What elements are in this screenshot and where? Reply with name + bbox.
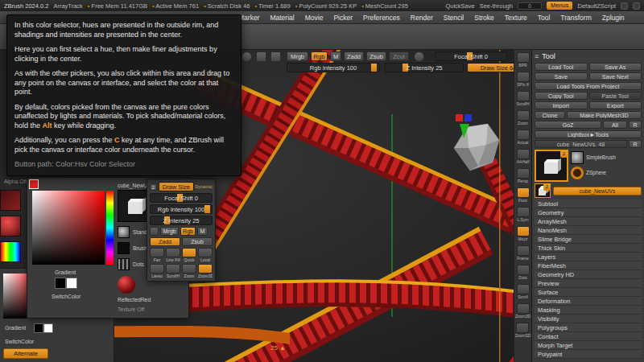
material-thumb[interactable] — [0, 216, 21, 237]
draw-option-button[interactable]: Lasso — [150, 264, 164, 278]
tool-section-header[interactable]: Layers — [535, 253, 642, 261]
zsphere-icon[interactable] — [571, 167, 584, 179]
paint-mode-icon[interactable] — [150, 227, 159, 236]
brush-dynamics-icon[interactable] — [414, 51, 424, 62]
shelf-button[interactable]: Frame — [517, 245, 530, 261]
menu-item[interactable]: Tool — [538, 14, 551, 22]
window-icon[interactable] — [621, 2, 628, 10]
goz-all-button[interactable]: All — [603, 121, 627, 129]
shelf-button[interactable]: Dots — [517, 265, 530, 281]
active-tool-name-button[interactable]: cube_NewUVs — [553, 187, 642, 195]
draw-option-button[interactable]: Zoom3D — [198, 264, 213, 278]
load-tools-from-project-button[interactable]: Load Tools From Project — [535, 82, 642, 90]
gradient-swatch-light[interactable] — [43, 323, 53, 333]
save-next-button[interactable]: Save Next — [589, 72, 642, 80]
tool-section-header[interactable]: Masking — [535, 306, 642, 315]
gradient-swatch-dark[interactable] — [34, 323, 43, 333]
tool-section-header[interactable]: Visibility — [535, 315, 642, 323]
shelf-button[interactable]: SPix 8 — [517, 72, 530, 88]
brush-icon[interactable] — [118, 226, 130, 238]
current-color-swatch[interactable] — [29, 179, 39, 189]
draw-option-button[interactable]: Fan — [150, 248, 164, 262]
menu-item[interactable]: Material — [270, 14, 294, 22]
hue-strip[interactable] — [106, 191, 114, 265]
draw-option-button[interactable]: ScrollH — [166, 264, 180, 278]
current-tool-r-button[interactable]: R — [629, 140, 642, 148]
zcut-button[interactable]: Zcut — [389, 51, 409, 61]
stroke-picker-icon[interactable] — [256, 51, 266, 62]
tool-section-header[interactable]: Deformation — [535, 297, 642, 306]
save-button[interactable]: Save — [535, 72, 588, 80]
export-button[interactable]: Export — [589, 101, 642, 109]
tool-section-header[interactable]: Contact — [535, 332, 642, 341]
gradient-thumb[interactable] — [0, 241, 21, 262]
rgb-intensity-slider[interactable]: Rgb Intensity 100 — [150, 204, 213, 214]
paste-tool-button[interactable]: Paste Tool — [589, 92, 642, 100]
save-as-button[interactable]: Save As — [589, 63, 642, 71]
shelf-button[interactable]: ZoomSD — [515, 323, 531, 339]
menu-item[interactable]: Texture — [505, 14, 527, 22]
draw-option-button[interactable]: Line Fill — [166, 248, 180, 262]
window-icon[interactable] — [633, 2, 640, 10]
menu-item[interactable]: Stroke — [474, 14, 494, 22]
stroke-icon[interactable] — [118, 258, 130, 270]
focal-shift-slider[interactable]: Focal Shift 0 — [435, 51, 507, 61]
alternate-button[interactable]: Alternate — [3, 348, 48, 359]
material-name-label[interactable]: ReflectedRed — [118, 297, 151, 302]
draw-option-button[interactable]: Zoom — [182, 264, 196, 278]
shelf-button[interactable]: BPR — [517, 52, 530, 68]
make-polymesh3d-button[interactable]: Make PolyMesh3D — [567, 111, 642, 119]
zscript-button[interactable]: DefaultZScript — [577, 2, 616, 10]
shelf-button[interactable]: Scroll — [517, 284, 530, 300]
import-button[interactable]: Import — [535, 101, 588, 109]
material-picker-icon[interactable] — [242, 51, 252, 62]
quicksave-button[interactable]: QuickSave — [445, 2, 474, 10]
goz-r-button[interactable]: R — [629, 121, 642, 129]
draw-option-button[interactable]: Local — [198, 248, 213, 262]
tool-section-header[interactable]: Slime Bridge — [535, 235, 642, 244]
current-tool-button[interactable]: cube_NewUVs. 48 — [535, 140, 627, 148]
shelf-button[interactable]: Actual — [517, 130, 530, 146]
tool-section-header[interactable]: FiberMesh — [535, 261, 642, 270]
tool-section-header[interactable]: Polypaint — [535, 350, 642, 359]
tool-section-header[interactable]: Geometry HD — [535, 270, 642, 279]
menu-item[interactable]: Preferences — [363, 14, 400, 22]
menu-item[interactable]: Zplugin — [602, 14, 625, 22]
active-tool-thumbnail[interactable]: 2 — [535, 150, 568, 182]
draw-option-button[interactable]: Quick — [182, 248, 196, 262]
tool-section-header[interactable]: Thick Skin — [535, 244, 642, 253]
shelf-button[interactable]: L.Sym — [517, 207, 530, 223]
texture-thumb[interactable] — [0, 190, 21, 211]
menu-item[interactable]: Stencil — [444, 14, 464, 22]
mrgb-button[interactable]: Mrgb — [160, 227, 179, 236]
rgb-button[interactable]: Rgb — [180, 227, 196, 236]
tool-section-header[interactable]: NanoMesh — [535, 226, 642, 235]
zadd-button[interactable]: Zadd — [344, 51, 364, 61]
shelf-button[interactable]: ScrollH — [516, 91, 529, 107]
menus-button[interactable]: Menus — [547, 2, 573, 10]
gradient-label[interactable]: Gradient — [5, 325, 26, 331]
menu-item[interactable]: Picker — [333, 14, 353, 22]
switch-color-label[interactable]: SwitchColor — [52, 294, 80, 299]
shelf-button[interactable]: Wxyz — [517, 226, 530, 242]
menu-item[interactable]: Movie — [305, 14, 324, 22]
menu-item[interactable]: Render — [411, 14, 433, 22]
tool-section-header[interactable]: Polygroups — [535, 323, 642, 332]
tool-section-header[interactable]: ArrayMesh — [535, 217, 642, 226]
tool-section-header[interactable]: Preview — [535, 279, 642, 288]
zsub-button[interactable]: Zsub — [182, 237, 213, 246]
alpha-picker-icon[interactable] — [270, 51, 281, 62]
alpha-icon[interactable] — [118, 242, 130, 254]
shelf-button[interactable]: AAHalf — [517, 149, 530, 165]
slider-handle[interactable] — [371, 64, 377, 72]
hamburger-icon[interactable]: ≡ — [535, 52, 539, 60]
load-tool-button[interactable]: Load Tool — [535, 63, 588, 71]
material-sphere[interactable] — [118, 276, 135, 294]
tool-section-header[interactable]: Surface — [535, 288, 642, 297]
menu-item[interactable]: Transform — [560, 14, 591, 22]
focal-shift-slider[interactable]: Focal Shift 0 — [150, 193, 213, 203]
m-button[interactable]: M — [197, 227, 208, 236]
tool-section-header[interactable]: Morph Target — [535, 341, 642, 350]
z-intensity-slider[interactable]: Z Intensity 25 — [150, 216, 213, 225]
shelf-button[interactable]: Zoom — [517, 110, 530, 126]
